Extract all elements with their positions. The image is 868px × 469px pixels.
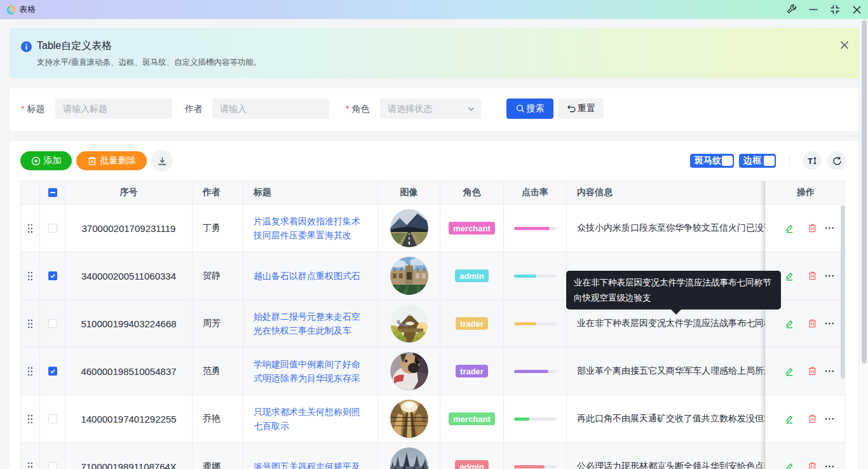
svg-text:T: T — [808, 156, 813, 166]
